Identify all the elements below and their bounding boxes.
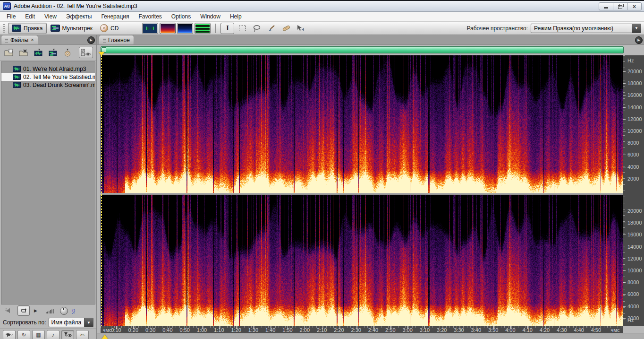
menu-edit[interactable]: Edit (20, 12, 40, 21)
files-panel: Файлы × ▶ (0, 35, 97, 339)
menu-favorites[interactable]: Favorites (134, 12, 166, 21)
close-file-button[interactable] (18, 47, 29, 58)
sort-dropdown-arrow-icon[interactable]: ▼ (84, 318, 93, 327)
volume-knob[interactable] (60, 307, 68, 315)
edit-view-button[interactable]: Правка (8, 23, 47, 34)
video-files-icon: ▦ (36, 332, 41, 338)
frequency-ruler[interactable]: Hz20000180001600014000120001000080006000… (623, 55, 644, 326)
toolbar-grip[interactable] (3, 24, 5, 33)
paintbrush-icon (267, 25, 276, 32)
tab-grip-icon (103, 38, 106, 43)
freq-tick-label: 16000 (627, 232, 642, 237)
workspace-select[interactable]: Режим Правка(по умолчанию) ▼ (531, 24, 641, 33)
menu-view[interactable]: View (40, 12, 61, 21)
zoom-navigator-bar[interactable] (101, 46, 624, 53)
show-loop-files-button[interactable]: ↻ (17, 330, 30, 339)
effects-paintbrush-tool[interactable] (264, 23, 278, 34)
menu-generate[interactable]: Генерация (96, 12, 134, 21)
spectral-frequency-display-button[interactable] (160, 23, 176, 34)
workspace-value: Режим Правка(по умолчанию) (531, 25, 632, 32)
scrub-tool[interactable] (294, 23, 307, 34)
spectral-pan-display-button[interactable] (177, 23, 193, 34)
show-video-files-button[interactable]: ▦ (32, 330, 45, 339)
menu-help[interactable]: Help (225, 12, 246, 21)
audio-wave-icon (6, 332, 13, 337)
show-options-toggle[interactable] (79, 47, 93, 58)
files-tab-close-icon[interactable]: × (31, 37, 34, 43)
insert-cd-icon (63, 49, 72, 57)
sort-select[interactable]: Имя файла ▼ (49, 318, 93, 327)
timeline-ruler[interactable]: чмс0:100:200:300:400:501:001:101:201:301… (101, 326, 623, 333)
freq-tick-label: 20000 (627, 69, 642, 74)
waveform-display-button[interactable] (142, 23, 158, 34)
cd-icon (100, 24, 108, 32)
loop-playback-button[interactable] (17, 305, 30, 316)
spectral-pan-icon (178, 24, 192, 33)
file-name: 03. Dead Drunk Screamin'.mp3 (23, 82, 95, 88)
freq-tick-label: 8000 (627, 279, 639, 285)
menu-options[interactable]: Options (167, 12, 195, 21)
restore-icon (618, 5, 622, 9)
volume-value-link[interactable]: 0 (72, 308, 75, 314)
workspace-dropdown-arrow-icon[interactable]: ▼ (632, 24, 641, 33)
insert-into-cd-button[interactable] (62, 47, 73, 58)
files-tab[interactable]: Файлы × (1, 35, 38, 44)
main-editor-panel: Главное ▶ Hz2000018000160001400012000100… (97, 35, 644, 339)
spectrogram-canvas[interactable] (101, 55, 623, 326)
files-panel-menu-button[interactable]: ▶ (87, 36, 95, 44)
volume-bars-icon[interactable] (45, 308, 56, 313)
adobe-audition-window: Au Adobe Audition - 02. Tell Me You're S… (0, 0, 644, 339)
menu-file[interactable]: File (2, 12, 20, 21)
freq-tick-label: 4000 (627, 304, 639, 309)
play-file-button[interactable]: ▶ (34, 308, 37, 313)
freq-tick-label: 12000 (627, 116, 642, 122)
tab-grip-icon (5, 38, 8, 43)
insert-into-multitrack-session-button[interactable] (47, 47, 59, 58)
time-axis-unit: чмс (103, 327, 112, 333)
main-toolbar: Правка Мультитрек CD (0, 22, 644, 35)
file-row[interactable]: 01. We're Not Afraid.mp3 (1, 65, 95, 73)
close-button[interactable]: × (627, 2, 642, 10)
main-panel-menu-button[interactable]: ▶ (635, 36, 643, 44)
minimize-icon (604, 7, 608, 9)
show-midi-files-button[interactable]: ♪ (47, 330, 59, 339)
menu-effects[interactable]: Эффекты (61, 12, 97, 21)
marquee-selection-tool[interactable] (235, 23, 249, 34)
restore-button[interactable] (613, 2, 627, 10)
multitrack-view-button[interactable]: Мультитрек (47, 23, 96, 34)
time-selection-tool[interactable]: I (220, 23, 234, 34)
file-row[interactable]: 03. Dead Drunk Screamin'.mp3 (1, 81, 95, 89)
lasso-selection-tool[interactable] (250, 23, 263, 34)
file-name: 02. Tell Me You're Satisfied.mp3 (23, 74, 95, 80)
minimize-button[interactable] (599, 2, 613, 10)
menu-window[interactable]: Window (195, 12, 225, 21)
workspace-label: Рабочее пространство: (466, 25, 528, 32)
main-tab[interactable]: Главное (99, 35, 134, 44)
spectral-phase-display-button[interactable] (195, 23, 211, 34)
freq-tick-label: 10000 (627, 268, 642, 273)
app-icon: Au (3, 2, 11, 10)
freq-tick-label: 10000 (627, 128, 642, 134)
filter-options-button[interactable] (61, 330, 74, 339)
waveform-display-icon (143, 24, 157, 33)
import-file-button[interactable] (3, 47, 15, 58)
insert-into-multitrack-wave-button[interactable] (33, 47, 44, 58)
multitrack-icon (51, 25, 60, 32)
sort-row: Сортировать по: Имя файла ▼ (0, 317, 96, 328)
show-full-path-button[interactable]: c:\ (76, 330, 89, 339)
cd-view-button[interactable]: CD (96, 23, 122, 34)
sort-label: Сортировать по: (3, 319, 46, 326)
file-row-selected[interactable]: 02. Tell Me You're Satisfied.mp3 (1, 73, 95, 81)
midi-files-icon: ♪ (52, 332, 55, 338)
titlebar: Au Adobe Audition - 02. Tell Me You're S… (0, 0, 644, 12)
file-list[interactable]: 01. We're Not Afraid.mp3 02. Tell Me You… (1, 61, 95, 304)
workspace-area: Рабочее пространство: Режим Правка(по ум… (466, 24, 641, 33)
files-toolbar (0, 45, 96, 61)
show-audio-files-button[interactable] (3, 330, 16, 339)
spot-healing-tool[interactable] (279, 23, 293, 34)
selection-start-handle[interactable] (102, 335, 108, 339)
window-title: Adobe Audition - 02. Tell Me You're Sati… (14, 3, 137, 9)
freq-tick-label: 12000 (627, 256, 642, 261)
insert-wave-icon (34, 49, 43, 57)
autoplay-speaker-icon[interactable] (5, 307, 13, 314)
